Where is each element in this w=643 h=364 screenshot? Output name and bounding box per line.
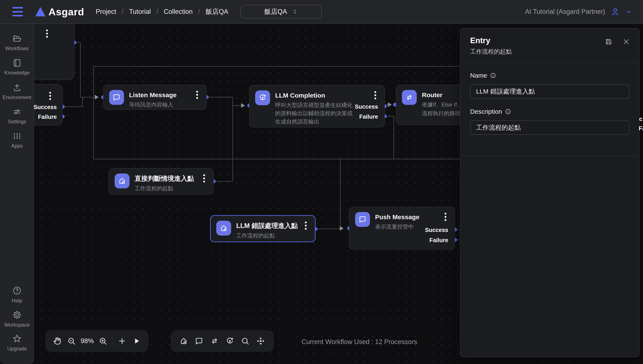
sidebar-item-settings[interactable]: Settings [0,107,34,124]
output-port-label[interactable]: Success [425,227,448,234]
save-icon[interactable] [605,38,612,46]
sidebar-label: Help [12,298,22,304]
account-label: AI Tutorial (Asgard Partner) [525,8,605,16]
node-title: 直接判斷情境進入點 [134,174,194,183]
router-icon [402,90,417,105]
node-subtitle: 表示流量控管中 [375,222,419,231]
message-icon [355,212,370,227]
inspector-panel: Entry 工作流程的起點 [460,28,640,357]
fit-view-icon[interactable] [253,333,268,349]
sidebar-item-upgrade[interactable]: Upgrade [0,334,34,352]
entry-icon [114,174,130,188]
sidebar-item-workspace[interactable]: Workspace [0,310,34,328]
node-entry-llm-error[interactable]: LLM 錯誤處理進入點 工作流程的起點 [210,215,316,242]
output-port-label[interactable]: Success [355,104,378,110]
breadcrumb-separator: / [122,8,124,16]
breadcrumb-tutorial[interactable]: Tutorial [129,8,151,16]
app-logo[interactable]: Asgard [35,6,84,18]
workflow-editor: Success Failure Listen Message 等待訊息內容輸入 [0,0,643,364]
zoom-in-icon[interactable] [96,333,110,349]
description-input[interactable] [470,120,630,135]
sidebar-item-help[interactable]: Help [0,286,34,304]
llm-node-icon[interactable] [222,333,238,349]
zoom-level: 98% [79,337,95,345]
breadcrumb: Project / Tutorial / Collection / 飯店QA [96,7,228,16]
entry-icon [216,221,231,236]
output-port-label[interactable]: Success [34,104,57,110]
sidebar-item-apps[interactable]: Apps [0,132,34,149]
node-entry-direct[interactable]: 直接判斷情境進入點 工作流程的起點 [109,168,214,194]
node-description: 呼叫大型語言模型並產生結構化的資料輸出以輔助流程的決策或生成自然語言輸出 [275,101,354,126]
kebab-menu-icon[interactable] [46,92,54,100]
node-llm-completion[interactable]: LLM Completion 呼叫大型語言模型並產生結構化的資料輸出以輔助流程的… [249,85,385,127]
node-subtitle: 等待訊息內容輸入 [129,100,176,109]
clipped-success-label: c [639,116,642,122]
sidebar-label: Workflows [5,46,29,52]
router-node-icon[interactable] [207,333,222,349]
breadcrumb-workflow[interactable]: 飯店QA [206,7,228,16]
kebab-menu-icon[interactable] [372,91,379,100]
sidebar-label: Knowledge [4,70,30,76]
sidebar-label: Settings [8,119,26,124]
sidebar-label: Upgrade [7,346,27,352]
workflow-usage-status: Current Workflow Used : 12 Processors [302,338,417,346]
node-title: LLM Completion [275,90,354,100]
logo-triangle-icon [35,7,46,16]
panel-subtitle: 工作流程的起點 [470,48,630,56]
sidebar-label: Workspace [4,322,30,328]
panel-divider [460,156,639,156]
message-node-icon[interactable] [191,333,207,349]
clipped-failure-label: Fa [639,125,643,132]
kebab-menu-icon[interactable] [44,29,50,38]
entry-node-icon[interactable] [176,333,191,349]
node-push-message[interactable]: Push Message 表示流量控管中 Success Failure [349,207,455,250]
output-port-label[interactable]: Failure [38,114,57,120]
hand-pan-icon[interactable] [50,333,64,349]
kebab-menu-icon[interactable] [442,212,449,221]
unfold-icon [292,8,298,15]
toolbar-divider [112,335,113,347]
top-header: Asgard Project / Tutorial / Collection /… [0,0,643,24]
kebab-menu-icon[interactable] [302,221,310,230]
output-port-label[interactable]: Failure [429,237,448,244]
close-icon[interactable] [622,38,630,45]
kebab-menu-icon[interactable] [194,90,201,99]
logo-text: Asgard [48,6,84,18]
breadcrumb-separator: / [198,8,200,16]
breadcrumb-collection[interactable]: Collection [164,8,193,16]
sidebar-label: Environment [3,94,32,100]
hamburger-menu-icon[interactable] [12,7,23,16]
play-icon[interactable] [130,333,143,349]
message-icon [109,90,124,105]
info-icon[interactable] [505,109,511,114]
name-input[interactable] [470,84,630,99]
node-palette-toolbar [170,330,274,352]
user-avatar-icon[interactable] [610,7,620,16]
node-title: Listen Message [129,90,176,99]
breadcrumb-separator: / [156,8,158,16]
node-subtitle: 工作流程的起點 [236,232,298,240]
view-controls-toolbar: 98% [45,330,148,352]
node-title: Push Message [375,212,419,221]
sidebar-item-knowledge[interactable]: Knowledge [0,58,34,76]
sidebar-label: Apps [11,143,23,149]
kebab-menu-icon[interactable] [200,174,208,183]
workflow-selector-value: 飯店QA [264,7,287,16]
description-label: Description [470,108,502,115]
search-icon[interactable] [238,333,253,349]
sidebar: Workflows Knowledge Environment Settings [0,24,34,364]
sidebar-item-workflows[interactable]: Workflows [0,34,34,52]
workflow-selector-dropdown[interactable]: 飯店QA [240,5,322,18]
llm-icon [255,90,270,105]
name-label: Name [470,72,487,79]
info-icon[interactable] [490,72,496,78]
sidebar-item-environment[interactable]: Environment [0,83,34,100]
node-subtitle: 工作流程的起點 [134,184,194,193]
node-title: LLM 錯誤處理進入點 [236,221,298,230]
node-listen-message[interactable]: Listen Message 等待訊息內容輸入 [103,84,207,110]
chevron-down-icon[interactable] [625,8,632,15]
zoom-out-icon[interactable] [65,333,78,349]
breadcrumb-project[interactable]: Project [96,8,116,16]
output-port-label[interactable]: Failure [359,114,378,120]
add-icon[interactable] [115,333,129,349]
